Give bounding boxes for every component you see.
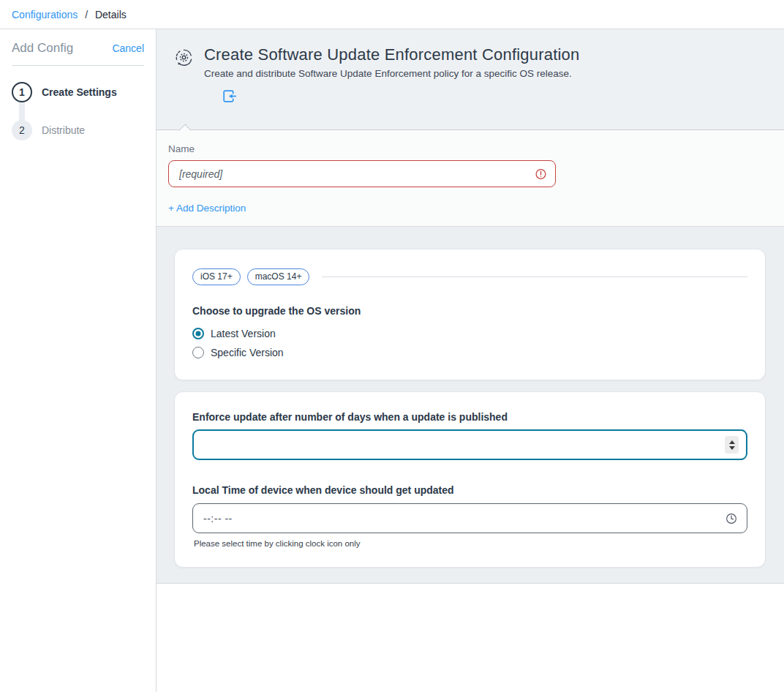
name-label: Name: [168, 143, 766, 154]
sidebar-title: Add Config: [12, 41, 73, 56]
radio-specific-version[interactable]: Specific Version: [192, 343, 747, 362]
step-connector: [19, 100, 25, 122]
ios-badge: iOS 17+: [192, 268, 241, 285]
step-1-label: Create Settings: [42, 86, 117, 98]
wizard-steps: 1 Create Settings 2 Distribute: [12, 82, 144, 140]
breadcrumb-link-configurations[interactable]: Configurations: [12, 9, 78, 20]
config-header-row: Create Software Update Enforcement Confi…: [174, 45, 766, 79]
name-input[interactable]: [168, 160, 556, 187]
breadcrumb: Configurations / Details: [12, 9, 127, 20]
stepper-up-icon[interactable]: [729, 440, 735, 444]
breadcrumb-bar: Configurations / Details: [0, 0, 784, 29]
step-distribute[interactable]: 2 Distribute: [12, 120, 144, 140]
app-root: Configurations / Details Add Config Canc…: [0, 0, 784, 692]
page-title: Create Software Update Enforcement Confi…: [204, 45, 579, 64]
time-input[interactable]: [192, 503, 747, 533]
add-description-link[interactable]: + Add Description: [168, 203, 246, 214]
config-header-text: Create Software Update Enforcement Confi…: [204, 45, 579, 79]
settings-area: iOS 17+ macOS 14+ Choose to upgrade the …: [157, 227, 784, 584]
time-input-wrap: [192, 503, 747, 533]
sidebar-divider: [12, 65, 144, 66]
os-version-card: iOS 17+ macOS 14+ Choose to upgrade the …: [174, 249, 766, 380]
os-version-heading: Choose to upgrade the OS version: [192, 305, 747, 317]
sidebar-header: Add Config Cancel: [12, 41, 144, 56]
clock-icon[interactable]: [725, 512, 738, 525]
software-update-gear-sync-icon: [174, 48, 194, 70]
enforce-days-label: Enforce update after number of days when…: [192, 411, 747, 423]
config-header: Create Software Update Enforcement Confi…: [157, 29, 784, 130]
sidebar: Add Config Cancel 1 Create Settings 2 Di…: [0, 29, 157, 692]
days-input-wrap: [192, 429, 747, 460]
breadcrumb-separator: /: [85, 9, 88, 20]
number-stepper-icon[interactable]: [725, 436, 739, 454]
import-box-arrow-icon[interactable]: [221, 88, 238, 108]
content-area: Create Software Update Enforcement Confi…: [157, 29, 784, 692]
platform-badges: iOS 17+ macOS 14+: [192, 268, 747, 285]
step-2-label: Distribute: [42, 124, 85, 136]
name-input-wrap: [168, 160, 556, 187]
step-1-circle: 1: [12, 82, 32, 102]
days-input[interactable]: [192, 429, 747, 460]
step-create-settings[interactable]: 1 Create Settings: [12, 82, 144, 102]
cancel-button[interactable]: Cancel: [112, 42, 144, 54]
page-subtitle: Create and distribute Software Update En…: [204, 68, 579, 79]
stepper-down-icon[interactable]: [729, 446, 735, 450]
radio-latest-version-label: Latest Version: [211, 328, 276, 339]
badge-divider-line: [322, 277, 747, 277]
macos-badge: macOS 14+: [247, 268, 310, 285]
local-time-label: Local Time of device when device should …: [192, 484, 747, 496]
radio-latest-version[interactable]: Latest Version: [192, 324, 747, 343]
radio-selected-icon: [192, 328, 204, 339]
error-circle-icon: [535, 168, 547, 180]
radio-unselected-icon: [192, 347, 204, 358]
breadcrumb-current: Details: [95, 9, 127, 20]
enforcement-card: Enforce update after number of days when…: [174, 391, 766, 568]
time-hint: Please select time by clicking clock ico…: [194, 539, 747, 548]
name-section: Name + Add Description: [157, 130, 784, 227]
main-layout: Add Config Cancel 1 Create Settings 2 Di…: [0, 29, 784, 692]
radio-specific-version-label: Specific Version: [211, 347, 284, 358]
step-2-circle: 2: [12, 120, 32, 140]
